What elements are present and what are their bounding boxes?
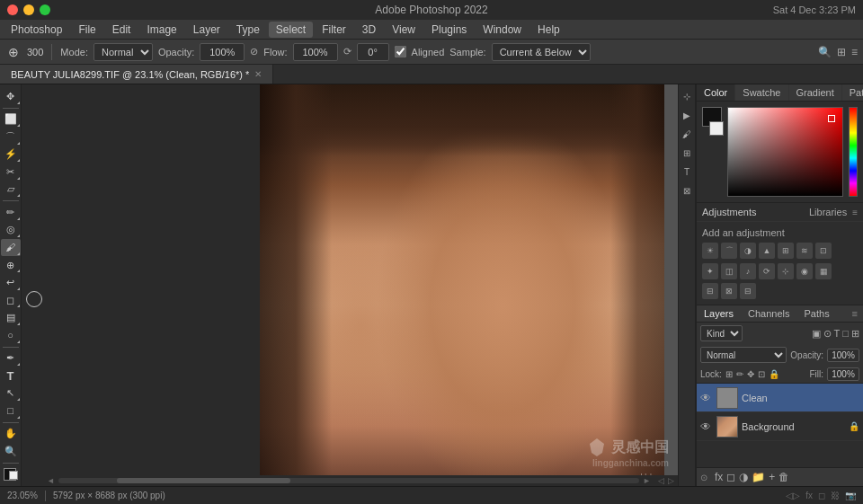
type-filter-icon[interactable]: T bbox=[834, 328, 841, 340]
gradient-map-adj-icon[interactable]: ▦ bbox=[815, 263, 832, 279]
quick-select-tool[interactable]: ⚡ bbox=[1, 146, 21, 164]
lock-artboard-btn[interactable]: ⊡ bbox=[758, 369, 765, 379]
lock-transparent-btn[interactable]: ⊞ bbox=[725, 369, 733, 379]
adj-icon-8[interactable]: ⊠ bbox=[721, 283, 737, 299]
fill-input[interactable] bbox=[827, 367, 859, 381]
adj-icon-9[interactable]: ⊟ bbox=[740, 283, 756, 299]
search-icon[interactable]: 🔍 bbox=[818, 46, 832, 58]
scroll-left-arrow[interactable]: ◄ bbox=[47, 476, 55, 485]
smart-filter-icon[interactable]: ⊞ bbox=[851, 328, 859, 340]
color-lookup-adj-icon[interactable]: ♪ bbox=[740, 263, 756, 279]
color-spectrum-picker[interactable] bbox=[727, 107, 843, 197]
mode-select[interactable]: Normal bbox=[93, 43, 153, 61]
sample-select[interactable]: Current & Below bbox=[492, 43, 591, 61]
tool6-icon[interactable]: ⊠ bbox=[679, 182, 695, 199]
lock-image-btn[interactable]: ✏ bbox=[736, 369, 743, 379]
lasso-tool[interactable]: ⌒ bbox=[1, 128, 21, 146]
vibrance-adj-icon[interactable]: ▲ bbox=[759, 243, 775, 259]
brightness-adj-icon[interactable]: ☀ bbox=[702, 243, 718, 259]
opacity-input[interactable] bbox=[200, 43, 245, 61]
channels-tab[interactable]: Channels bbox=[741, 305, 796, 322]
layers-tab[interactable]: Layers bbox=[697, 305, 741, 322]
invert-adj-icon[interactable]: ⟳ bbox=[759, 263, 775, 279]
frame-tool[interactable]: ▱ bbox=[1, 181, 21, 199]
pixel-filter-icon[interactable]: ▣ bbox=[812, 328, 821, 340]
gradient-tool[interactable]: ▤ bbox=[1, 309, 21, 326]
tool5-icon[interactable]: T bbox=[679, 164, 695, 180]
menu-layer[interactable]: Layer bbox=[186, 22, 227, 38]
panel-layout-icon[interactable]: ≡ bbox=[851, 46, 858, 58]
horizontal-scrollbar-track[interactable] bbox=[58, 478, 639, 483]
add-style-button[interactable]: fx bbox=[715, 471, 723, 483]
delete-layer-button[interactable]: 🗑 bbox=[778, 471, 789, 483]
menu-view[interactable]: View bbox=[385, 22, 423, 38]
history-brush-tool[interactable]: ↩ bbox=[1, 274, 21, 291]
hue-strip[interactable] bbox=[849, 107, 858, 197]
color-tab[interactable]: Color bbox=[697, 84, 735, 101]
menu-type[interactable]: Type bbox=[229, 22, 267, 38]
layer-background[interactable]: 👁 Background 🔒 bbox=[697, 412, 863, 441]
selective-color-adj-icon[interactable]: ⊟ bbox=[702, 283, 718, 299]
rectangular-marquee-tool[interactable]: ⬜ bbox=[1, 111, 21, 128]
tab-close-button[interactable]: ✕ bbox=[254, 69, 262, 79]
layer-clean[interactable]: 👁 Clean bbox=[697, 384, 863, 412]
add-mask-button[interactable]: ◻ bbox=[726, 471, 735, 483]
foreground-color[interactable] bbox=[1, 465, 21, 482]
lock-position-btn[interactable]: ✥ bbox=[747, 369, 754, 379]
posterize-adj-icon[interactable]: ⊹ bbox=[778, 263, 794, 279]
patterns-tab[interactable]: Patterns bbox=[842, 84, 863, 101]
aligned-checkbox[interactable] bbox=[395, 46, 406, 57]
flow-input[interactable] bbox=[293, 43, 338, 61]
tool4-icon[interactable]: ⊞ bbox=[679, 145, 695, 161]
close-button[interactable] bbox=[7, 4, 18, 15]
lock-all-btn[interactable]: 🔒 bbox=[769, 369, 779, 379]
hand-tool[interactable]: ✋ bbox=[1, 426, 21, 443]
minimize-button[interactable] bbox=[23, 4, 34, 15]
menu-help[interactable]: Help bbox=[530, 22, 567, 38]
document-tab[interactable]: BEAUTY JULIA8299.TIF @ 23.1% (Clean, RGB… bbox=[0, 65, 273, 84]
pen-tool[interactable]: ✒ bbox=[1, 349, 21, 367]
libraries-tab-label[interactable]: Libraries bbox=[809, 207, 847, 217]
brush-tool[interactable]: 🖌 bbox=[1, 239, 21, 256]
shape-tool[interactable]: □ bbox=[1, 402, 21, 420]
play-icon[interactable]: ▶ bbox=[679, 107, 695, 123]
path-selection-tool[interactable]: ↖ bbox=[1, 385, 21, 402]
type-tool[interactable]: T bbox=[1, 367, 21, 385]
new-layer-button[interactable]: + bbox=[769, 471, 775, 483]
tool3-icon[interactable]: 🖌 bbox=[679, 126, 695, 142]
hist-icon[interactable]: ⊹ bbox=[679, 88, 695, 104]
layer-clean-visibility[interactable]: 👁 bbox=[700, 392, 713, 404]
menu-3d[interactable]: 3D bbox=[355, 22, 383, 38]
scroll-right-arrow[interactable]: ► bbox=[643, 476, 651, 485]
paths-tab[interactable]: Paths bbox=[797, 305, 837, 322]
opacity-input[interactable] bbox=[827, 349, 859, 362]
bw-adj-icon[interactable]: ⊡ bbox=[815, 243, 832, 259]
move-tool[interactable]: ✥ bbox=[1, 88, 21, 105]
menu-file[interactable]: File bbox=[71, 22, 102, 38]
blend-mode-select[interactable]: Normal bbox=[700, 347, 787, 363]
zoom-tool[interactable]: 🔍 bbox=[1, 443, 21, 460]
canvas-area[interactable]: 灵感中国 lingganchina.com Udemy ◄ ► ◁ ▷ bbox=[22, 84, 678, 486]
adjustments-collapse-btn[interactable]: ≡ bbox=[852, 208, 858, 217]
exposure-adj-icon[interactable]: ◑ bbox=[740, 243, 756, 259]
swatches-tab[interactable]: Swatche bbox=[735, 84, 788, 101]
hsl-adj-icon[interactable]: ⊞ bbox=[778, 243, 794, 259]
menu-photoshop[interactable]: Photoshop bbox=[4, 22, 69, 38]
channel-mixer-adj-icon[interactable]: ◫ bbox=[721, 263, 737, 279]
angle-input[interactable] bbox=[357, 43, 389, 61]
eraser-tool[interactable]: ◻ bbox=[1, 292, 21, 309]
dodge-tool[interactable]: ○ bbox=[1, 327, 21, 344]
menu-plugins[interactable]: Plugins bbox=[424, 22, 474, 38]
curves-adj-icon[interactable]: ⌒ bbox=[721, 243, 737, 259]
fullscreen-button[interactable] bbox=[40, 4, 50, 15]
menu-filter[interactable]: Filter bbox=[315, 22, 353, 38]
workspace-icon[interactable]: ⊞ bbox=[837, 46, 846, 58]
new-adjustment-button[interactable]: ◑ bbox=[739, 471, 748, 483]
photo-filter-adj-icon[interactable]: ✦ bbox=[702, 263, 718, 279]
eyedropper-tool[interactable]: ✏ bbox=[1, 204, 21, 221]
new-group-button[interactable]: 📁 bbox=[752, 471, 765, 483]
adjustment-filter-icon[interactable]: ⊙ bbox=[823, 328, 832, 340]
layers-more-btn[interactable]: ≡ bbox=[847, 305, 863, 322]
crop-tool[interactable]: ✂ bbox=[1, 164, 21, 181]
horizontal-scrollbar-thumb[interactable] bbox=[117, 478, 291, 483]
